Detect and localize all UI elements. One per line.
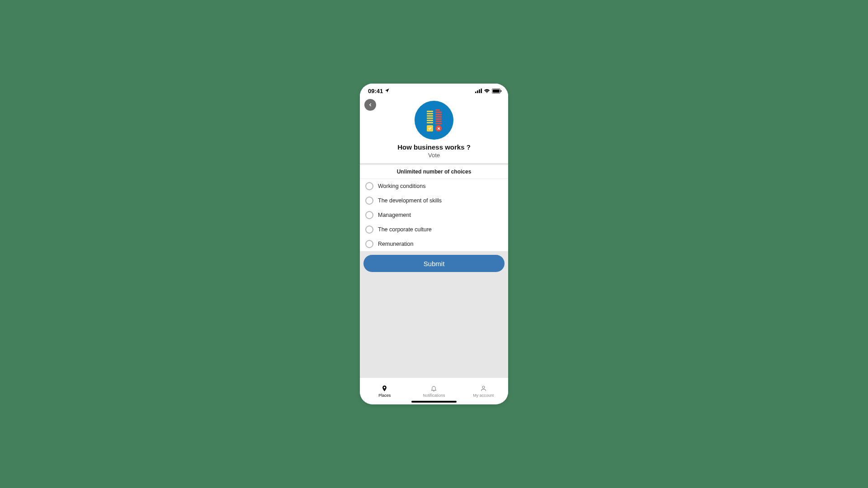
pin-icon <box>381 385 388 392</box>
status-left: 09:41 <box>368 88 390 94</box>
options-list: Working conditions The development of sk… <box>360 178 508 251</box>
option-label: Management <box>378 212 411 218</box>
tab-bar: Places Notifications My account <box>360 377 508 404</box>
svg-rect-3 <box>481 89 482 93</box>
wifi-icon <box>484 89 490 93</box>
svg-rect-2 <box>479 89 480 93</box>
tab-my-account[interactable]: My account <box>459 378 508 404</box>
option-label: Remuneration <box>378 241 414 247</box>
empty-space <box>360 276 508 377</box>
page-header: How business works ? Vote <box>360 98 508 164</box>
radio-icon <box>365 225 373 234</box>
phone-frame: 09:41 <box>360 84 508 404</box>
svg-rect-1 <box>477 90 478 93</box>
instruction-strip: Unlimited number of choices <box>360 164 508 178</box>
radio-icon <box>365 182 373 190</box>
option-remuneration[interactable]: Remuneration <box>365 237 503 251</box>
option-working-conditions[interactable]: Working conditions <box>365 179 503 193</box>
poll-icon <box>415 101 453 140</box>
tab-places[interactable]: Places <box>360 378 409 404</box>
page-title: How business works ? <box>365 143 503 151</box>
status-right <box>475 89 502 94</box>
option-label: The development of skills <box>378 197 442 204</box>
radio-icon <box>365 240 373 248</box>
bell-icon <box>430 385 437 392</box>
option-management[interactable]: Management <box>365 208 503 222</box>
option-label: The corporate culture <box>378 226 432 233</box>
battery-icon <box>492 89 502 94</box>
x-badge-icon <box>435 125 442 131</box>
tab-label: My account <box>473 393 494 398</box>
cellular-icon <box>475 89 482 93</box>
svg-rect-6 <box>500 90 501 92</box>
submit-button[interactable]: Submit <box>363 255 505 272</box>
option-development-of-skills[interactable]: The development of skills <box>365 193 503 208</box>
option-label: Working conditions <box>378 183 425 189</box>
location-arrow-icon <box>385 88 390 94</box>
chevron-left-icon <box>368 102 373 108</box>
svg-rect-0 <box>475 92 476 93</box>
svg-rect-5 <box>493 89 500 93</box>
tab-label: Places <box>378 393 391 398</box>
radio-icon <box>365 197 373 205</box>
page-subtitle: Vote <box>365 152 503 159</box>
radio-icon <box>365 211 373 219</box>
back-button[interactable] <box>364 99 376 111</box>
submit-wrap: Submit <box>360 251 508 276</box>
status-bar: 09:41 <box>360 84 508 98</box>
option-corporate-culture[interactable]: The corporate culture <box>365 222 503 237</box>
home-indicator <box>411 401 457 403</box>
tab-label: Notifications <box>423 393 445 398</box>
status-time: 09:41 <box>368 88 383 94</box>
user-icon <box>480 385 487 392</box>
svg-point-9 <box>482 386 485 389</box>
